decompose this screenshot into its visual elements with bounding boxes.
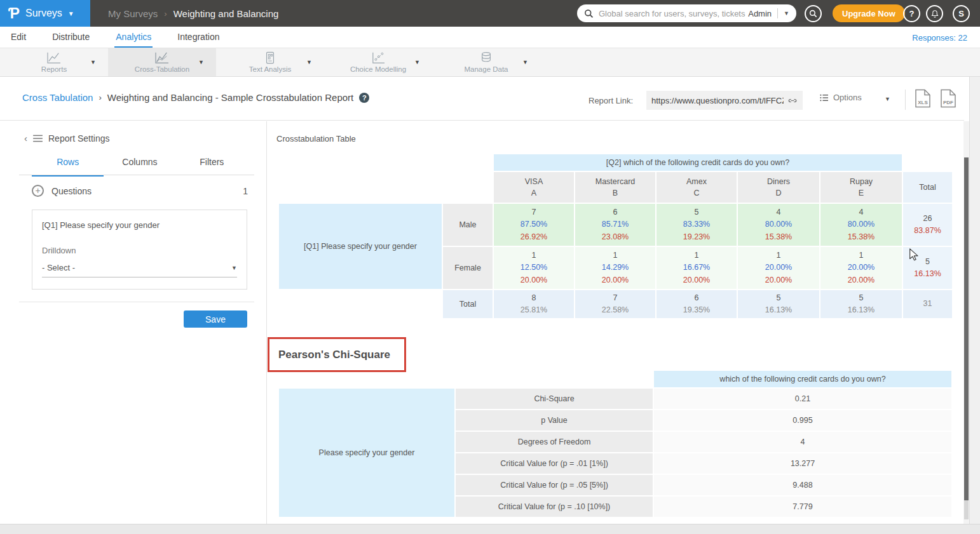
search-scope-label[interactable]: Admin: [748, 9, 772, 18]
chi-label-p-value: p Value: [456, 410, 653, 431]
tab-rows[interactable]: Rows: [32, 157, 104, 177]
toolbar-item-choice-modelling[interactable]: Choice Modelling ▼: [324, 48, 432, 76]
breadcrumb-survey-name: Weighting and Balancing: [174, 8, 279, 19]
text-analysis-icon: [264, 51, 276, 64]
chevron-down-icon[interactable]: ▼: [306, 59, 312, 65]
responses-count[interactable]: Responses: 22: [912, 27, 967, 48]
upgrade-now-button[interactable]: Upgrade Now: [833, 4, 905, 22]
toolbar-item-manage-data[interactable]: Manage Data ▼: [432, 48, 540, 76]
report-settings-title: Report Settings: [48, 133, 110, 144]
chi-label-chi-square: Chi-Square: [456, 389, 653, 409]
svg-text:XLS: XLS: [918, 100, 928, 105]
report-link-field[interactable]: https://www.questionpro.com/t/lFFCZg: [646, 91, 803, 110]
row-question-cell: [Q1] Please specify your gender: [279, 204, 442, 289]
cell-female-rupay: 120.00%20.00%: [820, 247, 902, 289]
search-submit-button[interactable]: [805, 5, 822, 22]
chi-square-table: which of the following credit cards do y…: [278, 370, 953, 518]
column-header-diners: DinersD: [738, 172, 819, 203]
question-card: [Q1] Please specify your gender Drilldow…: [32, 210, 247, 290]
global-search-input[interactable]: Global search for users, surveys, ticket…: [577, 4, 796, 22]
bell-icon: [930, 10, 939, 18]
chi-value-critical-1pct: 13.277: [654, 453, 951, 474]
chi-column-header: which of the following credit cards do y…: [654, 371, 951, 387]
options-caret-icon[interactable]: ▼: [885, 96, 890, 102]
breadcrumb-separator-icon: ›: [164, 9, 167, 18]
export-pdf-icon[interactable]: PDF: [940, 89, 956, 108]
window-right-edge: [969, 77, 980, 534]
tab-edit[interactable]: Edit: [10, 27, 27, 48]
scrollbar-thumb-end: [964, 500, 969, 519]
cell-female-diners: 120.00%20.00%: [738, 247, 819, 289]
drilldown-select[interactable]: - Select - ▼: [42, 263, 237, 277]
cell-male-amex: 583.33%19.23%: [657, 204, 737, 246]
report-link-label: Report Link:: [589, 96, 633, 105]
chi-label-critical-10pct: Critical Value for (p = .10 [10%]): [456, 497, 653, 517]
cell-total-visa: 825.81%: [494, 290, 574, 318]
questions-count: 1: [243, 186, 248, 196]
chevron-down-icon[interactable]: ▼: [198, 59, 204, 65]
product-label: Surveys: [25, 8, 62, 19]
chi-label-degrees-of-freedom: Degrees of Freedom: [456, 432, 653, 452]
row-header-total: Total: [443, 290, 493, 318]
link-icon[interactable]: [787, 95, 798, 106]
database-icon: [480, 51, 493, 64]
options-label: Options: [833, 93, 862, 102]
choice-modelling-icon: [371, 51, 386, 64]
chi-label-critical-5pct: Critical Value for (p = .05 [5%]): [456, 475, 653, 495]
breadcrumb-my-surveys[interactable]: My Surveys: [108, 8, 158, 19]
toolbar-item-label: Choice Modelling: [350, 65, 406, 73]
search-placeholder: Global search for users, surveys, ticket…: [599, 9, 745, 18]
collapse-panel-icon[interactable]: ‹: [24, 133, 27, 144]
notifications-button[interactable]: [926, 5, 943, 22]
chevron-down-icon[interactable]: ▼: [522, 59, 528, 65]
product-switcher[interactable]: Ƥ Surveys ▼: [0, 0, 90, 27]
avatar[interactable]: S: [953, 5, 970, 22]
tab-filters[interactable]: Filters: [176, 157, 248, 177]
report-link-url[interactable]: https://www.questionpro.com/t/lFFCZg: [651, 96, 784, 105]
toolbar-item-label: Cross-Tabulation: [135, 65, 189, 73]
drilldown-value: - Select -: [42, 263, 75, 272]
add-question-icon[interactable]: +: [32, 185, 44, 197]
cell-total-rupay: 516.13%: [820, 290, 902, 318]
settings-tabs: Rows Columns Filters: [32, 157, 248, 177]
tab-distribute[interactable]: Distribute: [51, 27, 91, 48]
svg-text:PDF: PDF: [943, 100, 953, 105]
column-header-rupay: RupayE: [820, 172, 902, 203]
cell-male-diners: 480.00%15.38%: [738, 204, 819, 246]
settings-divider: [19, 302, 254, 302]
cell-female-amex: 116.67%20.00%: [657, 247, 737, 289]
header-divider: [905, 90, 906, 110]
scrollbar-thumb[interactable]: [964, 157, 969, 500]
export-xls-icon[interactable]: XLS: [915, 89, 931, 108]
chi-value-critical-10pct: 7.779: [654, 497, 951, 517]
options-button[interactable]: Options: [820, 93, 862, 102]
cell-grand-total: 31: [903, 290, 952, 318]
drilldown-label: Drilldown: [42, 246, 237, 255]
question-text: [Q1] Please specify your gender: [42, 220, 237, 230]
area-chart-icon: [154, 51, 170, 64]
chi-square-highlight-box: Pearson's Chi-Square: [268, 337, 406, 372]
tab-analytics[interactable]: Analytics: [114, 27, 153, 48]
chevron-down-icon[interactable]: ▼: [414, 59, 420, 65]
toolbar-item-cross-tabulation[interactable]: Cross-Tabulation ▼: [108, 48, 216, 76]
toolbar-item-reports[interactable]: Reports ▼: [0, 48, 108, 76]
save-button[interactable]: Save: [184, 310, 247, 328]
report-header-row: Cross Tabulation › Weighting and Balanci…: [0, 77, 964, 121]
chi-value-degrees-of-freedom: 4: [654, 432, 951, 452]
cross-tabulation-link[interactable]: Cross Tabulation: [22, 92, 93, 103]
report-help-icon[interactable]: ?: [359, 93, 369, 103]
tab-integration[interactable]: Integration: [176, 27, 221, 48]
toolbar-item-text-analysis[interactable]: Text Analysis ▼: [216, 48, 324, 76]
tab-columns[interactable]: Columns: [104, 157, 175, 177]
column-question-header: [Q2] which of the following credit cards…: [494, 154, 902, 171]
report-settings-panel: ‹ Report Settings Rows Columns Filters +…: [0, 121, 267, 524]
survey-nav: Edit Distribute Analytics Integration: [0, 27, 980, 48]
help-button[interactable]: ?: [903, 5, 920, 22]
search-scope-caret-icon[interactable]: ▼: [784, 10, 789, 17]
column-header-mastercard: MastercardB: [575, 172, 655, 203]
report-title: Weighting and Balancing - Sample Crossta…: [107, 92, 353, 103]
cell-total-mastercard: 722.58%: [575, 290, 655, 318]
cell-female-visa: 112.50%20.00%: [494, 247, 574, 289]
chevron-down-icon[interactable]: ▼: [90, 59, 96, 65]
column-header-total: Total: [903, 172, 952, 203]
